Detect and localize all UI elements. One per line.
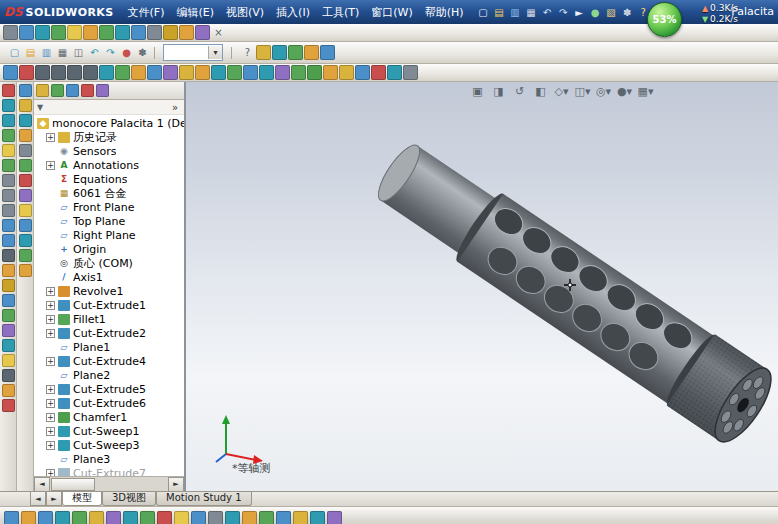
- zoom-to-area-icon[interactable]: [2, 114, 15, 127]
- menu-item[interactable]: 文件(F): [122, 3, 171, 22]
- sheet-metal-tab-icon[interactable]: [19, 129, 32, 142]
- save-file-icon[interactable]: ▥: [39, 45, 54, 60]
- view-orientation-tool-icon[interactable]: [2, 84, 15, 97]
- file-properties-icon[interactable]: ▧: [604, 5, 619, 20]
- edit-appearance-hud-icon[interactable]: ●▾: [616, 84, 633, 99]
- status-tool2-icon[interactable]: [123, 511, 138, 524]
- tree-item[interactable]: ▱Plane3: [34, 452, 184, 466]
- redo-action-icon[interactable]: ↷: [103, 45, 118, 60]
- tab-scroll-right-icon[interactable]: ►: [46, 492, 62, 506]
- status-tool12-icon[interactable]: [293, 511, 308, 524]
- wireframe-icon[interactable]: [2, 174, 15, 187]
- filter-edges-icon[interactable]: [35, 25, 50, 40]
- apply-scene-hud-icon[interactable]: ▦▾: [637, 84, 654, 99]
- filter-funnel-icon[interactable]: ▼: [37, 103, 43, 112]
- open-document-icon[interactable]: ▤: [492, 5, 507, 20]
- expand-icon[interactable]: +: [46, 315, 55, 324]
- circle-icon[interactable]: [51, 65, 66, 80]
- document-tab[interactable]: 模型: [62, 492, 102, 506]
- filter-frames-icon[interactable]: [99, 25, 114, 40]
- model-canvas[interactable]: [186, 82, 778, 491]
- status-view2-icon[interactable]: [72, 511, 87, 524]
- lights-icon[interactable]: [2, 354, 15, 367]
- render-tools-tab-icon[interactable]: [19, 204, 32, 217]
- tab-scroll-left-icon[interactable]: ◄: [30, 492, 46, 506]
- tree-item[interactable]: +Revolve1: [34, 284, 184, 298]
- tree-item[interactable]: +Cut-Extrude5: [34, 382, 184, 396]
- tree-item[interactable]: ◎质心 (COM): [34, 256, 184, 270]
- curvature-icon[interactable]: [2, 399, 15, 412]
- combobox-caret-icon[interactable]: ▾: [208, 46, 222, 59]
- rib-icon[interactable]: [323, 65, 338, 80]
- select-arrow-icon[interactable]: ►: [572, 5, 587, 20]
- revolved-boss-icon[interactable]: [195, 65, 210, 80]
- filter-sketch-segments-icon[interactable]: [195, 25, 210, 40]
- tree-root-item[interactable]: ◆ monocore Palacita 1 (Defa: [34, 116, 184, 130]
- clear-all-filters-icon[interactable]: ×: [211, 25, 226, 40]
- tree-item[interactable]: ▱Plane1: [34, 340, 184, 354]
- expand-icon[interactable]: +: [46, 301, 55, 310]
- status-tool9-icon[interactable]: [242, 511, 257, 524]
- status-tool5-icon[interactable]: [174, 511, 189, 524]
- draft-analysis-icon[interactable]: [2, 384, 15, 397]
- linear-sketch-pattern-icon[interactable]: [163, 65, 178, 80]
- appearances-icon[interactable]: [2, 324, 15, 337]
- mass-properties-icon[interactable]: [2, 294, 15, 307]
- document-tab[interactable]: 3D视图: [102, 492, 156, 506]
- menu-item[interactable]: 视图(V): [220, 3, 270, 22]
- chamfer-cmd-icon[interactable]: [307, 65, 322, 80]
- pan-view-icon[interactable]: [2, 159, 15, 172]
- filter-surface-bodies-icon[interactable]: [67, 25, 82, 40]
- expand-icon[interactable]: +: [46, 469, 55, 477]
- status-tool4-icon[interactable]: [157, 511, 172, 524]
- filter-datum-planes-icon[interactable]: [115, 25, 130, 40]
- pan-tool-icon[interactable]: [288, 45, 303, 60]
- status-view1-icon[interactable]: [55, 511, 70, 524]
- instant-3d-icon[interactable]: [403, 65, 418, 80]
- tree-item[interactable]: ▦6061 合金: [34, 186, 184, 200]
- rotate-view-icon[interactable]: [2, 144, 15, 157]
- tree-item[interactable]: +历史记录: [34, 130, 184, 144]
- section-view-tool-icon[interactable]: [2, 264, 15, 277]
- expand-icon[interactable]: +: [46, 441, 55, 450]
- shaded-with-edges-icon[interactable]: [2, 219, 15, 232]
- expand-icon[interactable]: +: [46, 329, 55, 338]
- tree-item[interactable]: ▱Top Plane: [34, 214, 184, 228]
- toolbox-tab-icon[interactable]: [19, 264, 32, 277]
- zoom-fit-hud-icon[interactable]: ▣: [469, 84, 486, 99]
- status-tool11-icon[interactable]: [276, 511, 291, 524]
- menu-item[interactable]: 编辑(E): [170, 3, 220, 22]
- display-style-hud-icon[interactable]: ◫▾: [574, 84, 591, 99]
- offset-entities-icon[interactable]: [131, 65, 146, 80]
- filter-vertices-icon[interactable]: [19, 25, 34, 40]
- print-file-icon[interactable]: ▦: [55, 45, 70, 60]
- motion-tab-icon[interactable]: [19, 249, 32, 262]
- filter-annotations-icon[interactable]: [163, 25, 178, 40]
- previous-view-hud-icon[interactable]: ↺: [511, 84, 528, 99]
- print-icon[interactable]: ▦: [524, 5, 539, 20]
- view-orientation-hud-icon[interactable]: ◇▾: [553, 84, 570, 99]
- system-options-icon[interactable]: ✽: [135, 45, 150, 60]
- tree-item[interactable]: +Cut-Extrude6: [34, 396, 184, 410]
- camera-icon[interactable]: [2, 369, 15, 382]
- shaded-tool-icon[interactable]: [320, 45, 335, 60]
- tree-item[interactable]: ▱Right Plane: [34, 228, 184, 242]
- tree-item[interactable]: +Cut-Extrude1: [34, 298, 184, 312]
- arc-icon[interactable]: [67, 65, 82, 80]
- tree-item[interactable]: /Axis1: [34, 270, 184, 284]
- hidden-lines-removed-icon[interactable]: [2, 204, 15, 217]
- document-tab[interactable]: Motion Study 1: [156, 492, 252, 506]
- status-save-icon[interactable]: [38, 511, 53, 524]
- extruded-boss-icon[interactable]: [179, 65, 194, 80]
- options-icon[interactable]: ✽: [620, 5, 635, 20]
- draft-icon[interactable]: [355, 65, 370, 80]
- filter-faces-icon[interactable]: [51, 25, 66, 40]
- revolved-cut-icon[interactable]: [259, 65, 274, 80]
- zoom-area-hud-icon[interactable]: ◨: [490, 84, 507, 99]
- mold-tools-tab-icon[interactable]: [19, 159, 32, 172]
- section-view-hud-icon[interactable]: ◧: [532, 84, 549, 99]
- menu-item[interactable]: 工具(T): [316, 3, 365, 22]
- swept-cut-icon[interactable]: [275, 65, 290, 80]
- filter-dimensions-icon[interactable]: [179, 25, 194, 40]
- filter-axes-icon[interactable]: [131, 25, 146, 40]
